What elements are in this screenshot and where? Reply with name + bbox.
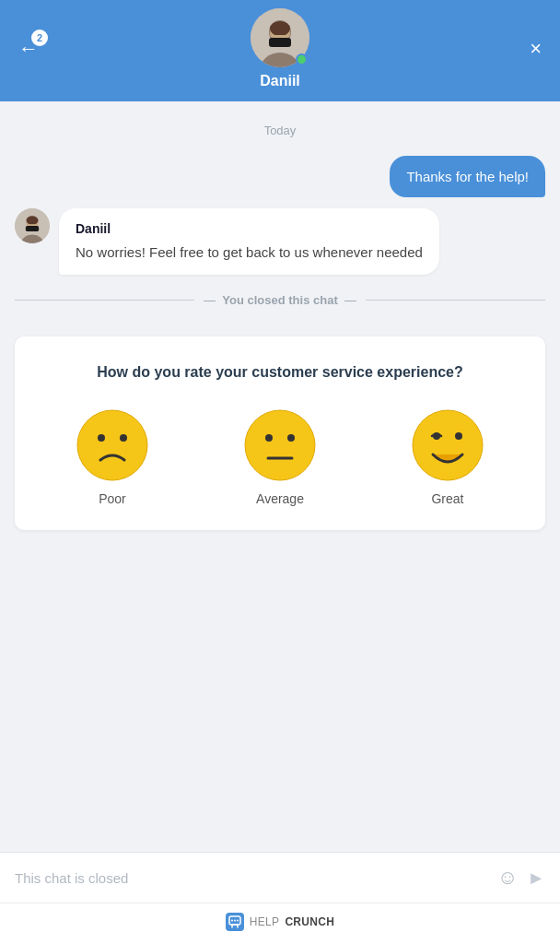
emoji-icon[interactable]: ☺: [497, 866, 518, 890]
agent-name: Daniil: [260, 73, 300, 89]
svg-point-14: [245, 410, 315, 480]
divider-line-left: [15, 300, 194, 301]
message-incoming: Daniil No worries! Feel free to get back…: [15, 208, 545, 275]
bubble-outgoing: Thanks for the help!: [390, 156, 545, 197]
chat-closed-divider: — You closed this chat —: [15, 293, 545, 307]
great-face-icon: [411, 408, 484, 482]
send-button[interactable]: ►: [527, 867, 545, 889]
svg-rect-10: [26, 226, 39, 231]
great-label: Great: [431, 491, 463, 506]
date-divider: Today: [15, 124, 545, 137]
bubble-incoming: Daniil No worries! Feel free to get back…: [59, 208, 439, 275]
online-status-dot: [296, 53, 308, 65]
svg-rect-5: [269, 38, 291, 47]
chat-container: ← 2 Daniil ×: [0, 0, 560, 944]
svg-point-8: [26, 216, 38, 225]
average-face-icon: [243, 408, 317, 482]
rating-card: How do you rate your customer service ex…: [15, 336, 545, 530]
agent-avatar-small: [15, 208, 50, 243]
rating-option-average[interactable]: Average: [243, 408, 317, 506]
svg-point-15: [265, 434, 273, 442]
rating-question: How do you rate your customer service ex…: [33, 362, 527, 383]
poor-face-icon: [76, 408, 149, 482]
chat-header: ← 2 Daniil ×: [0, 0, 560, 101]
svg-point-11: [77, 410, 147, 480]
helpcrunch-logo-icon: [226, 913, 244, 931]
footer-prefix: HELP: [250, 915, 280, 928]
back-button[interactable]: ← 2: [18, 37, 39, 61]
svg-point-20: [455, 432, 462, 440]
svg-point-24: [237, 920, 239, 922]
svg-point-13: [120, 434, 127, 442]
svg-point-12: [98, 434, 105, 442]
divider-line-right: [366, 300, 545, 301]
rating-option-great[interactable]: Great: [411, 408, 484, 506]
sender-name: Daniil: [76, 219, 423, 239]
svg-point-23: [231, 920, 233, 922]
svg-point-4: [270, 21, 290, 36]
rating-options: Poor Average: [33, 408, 527, 506]
chat-footer: HELP CRUNCH: [0, 903, 560, 944]
header-center: Daniil: [251, 8, 309, 89]
footer-brand: CRUNCH: [285, 915, 334, 928]
svg-point-18: [413, 410, 483, 480]
poor-label: Poor: [99, 491, 126, 506]
chat-closed-text: — You closed this chat —: [204, 293, 356, 307]
chat-input-area: This chat is closed ☺ ►: [0, 852, 560, 903]
rating-option-poor[interactable]: Poor: [76, 408, 149, 506]
average-label: Average: [256, 491, 304, 506]
close-button[interactable]: ×: [530, 37, 542, 61]
message-text: No worries! Feel free to get back to us …: [76, 242, 423, 264]
agent-avatar-wrapper: [251, 8, 309, 67]
svg-point-22: [234, 920, 236, 922]
input-placeholder: This chat is closed: [15, 870, 488, 886]
chat-body: Today Thanks for the help! Daniil No wor…: [0, 101, 560, 852]
message-outgoing: Thanks for the help!: [15, 156, 545, 197]
svg-point-16: [287, 434, 295, 442]
notification-badge: 2: [31, 30, 48, 46]
